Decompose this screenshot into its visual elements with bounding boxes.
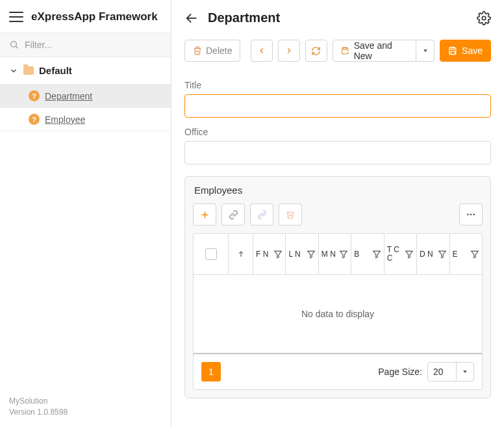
plus-icon [200,210,210,220]
svg-marker-16 [275,251,282,258]
save-and-new-button[interactable]: Save and New [333,40,416,62]
grid-empty-message: No data to display [194,275,482,354]
svg-marker-23 [463,370,467,373]
svg-marker-21 [438,251,446,258]
svg-marker-19 [373,251,380,258]
caret-down-icon [422,47,429,54]
svg-point-14 [473,214,475,216]
svg-rect-7 [451,47,454,49]
filter-icon[interactable] [339,250,348,259]
link-employee-button[interactable] [221,203,245,226]
prev-record-button[interactable] [251,40,273,62]
search-icon [9,40,19,50]
select-all-checkbox[interactable] [205,248,217,260]
gear-icon[interactable] [477,11,491,25]
back-button[interactable] [184,11,199,25]
nav-group-label: Default [39,65,72,76]
col-header-mn[interactable]: M N [319,234,351,274]
nav-group-default[interactable]: Default [0,57,171,84]
nav-filter-input[interactable] [25,40,162,50]
save-and-new-label: Save and New [354,40,409,61]
page-size-label: Page Size: [378,367,422,377]
brand-title: eXpressApp Framework [31,10,158,23]
office-label: Office [184,127,491,137]
menu-toggle[interactable] [9,12,23,22]
arrow-up-icon [237,250,245,259]
svg-marker-22 [472,251,479,258]
title-label: Title [184,80,491,90]
svg-point-0 [11,42,17,47]
chevron-right-icon [284,46,294,55]
employees-grid: F N L N M N B [193,233,483,390]
unknown-entity-icon: ? [29,114,40,125]
refresh-icon [311,46,321,56]
col-header-e[interactable]: E [450,234,482,274]
col-header-tcc[interactable]: T C C [384,234,417,274]
svg-marker-20 [406,251,413,258]
nav-item-label: Department [45,91,92,101]
save-button-label: Save [462,45,483,56]
col-header-dn[interactable]: D N [417,234,449,274]
delete-button[interactable]: Delete [184,40,240,62]
employees-panel-title: Employees [185,177,490,203]
delete-button-label: Delete [206,45,232,56]
page-size-caret[interactable] [457,363,473,381]
save-button[interactable]: Save [440,40,491,62]
dots-icon [466,209,476,220]
chevron-down-icon [9,66,18,75]
filter-icon[interactable] [307,250,316,259]
office-input[interactable] [184,141,491,164]
save-icon [448,46,458,56]
svg-point-13 [470,214,472,216]
footer-version: Version 1.0.8598 [9,407,162,418]
footer-solution: MySolution [9,396,162,407]
chevron-left-icon [257,46,266,55]
filter-icon[interactable] [372,250,381,259]
page-size-select[interactable]: 20 [427,362,474,382]
col-header-ln[interactable]: L N [286,234,318,274]
svg-marker-18 [340,251,347,258]
save-new-icon [341,46,350,56]
employees-panel: Employees [184,176,491,398]
delete-employee-button[interactable] [279,203,302,226]
select-all-cell[interactable] [194,234,229,274]
page-size-value: 20 [428,363,457,381]
folder-icon [23,66,34,75]
trash-icon [193,46,202,55]
nav-filter[interactable] [0,32,171,57]
svg-rect-8 [451,51,455,54]
more-actions-button[interactable] [459,203,483,226]
caret-down-icon [462,369,468,375]
filter-icon[interactable] [273,250,283,259]
svg-marker-17 [308,251,315,258]
col-header-fn[interactable]: F N [253,234,286,274]
page-title: Department [208,10,280,25]
svg-point-3 [482,16,486,20]
svg-rect-4 [344,47,347,49]
unlink-employee-button[interactable] [250,203,273,226]
save-and-new-dropdown[interactable] [416,40,435,62]
trash-icon [286,210,295,219]
nav-item-label: Employee [45,114,85,125]
refresh-button[interactable] [305,40,327,62]
filter-icon[interactable] [470,250,479,259]
col-header-b[interactable]: B [351,234,384,274]
add-employee-button[interactable] [193,203,216,226]
unlink-icon [257,210,267,220]
svg-marker-6 [423,49,427,52]
nav-item-department[interactable]: ? Department [0,84,171,107]
filter-icon[interactable] [438,250,447,259]
filter-icon[interactable] [405,250,414,259]
page-1-button[interactable]: 1 [201,362,221,382]
svg-line-1 [16,46,18,48]
sort-indicator[interactable] [229,234,253,274]
nav-item-employee[interactable]: ? Employee [0,107,171,131]
title-input[interactable] [184,94,491,118]
next-record-button[interactable] [278,40,300,62]
link-icon [229,210,238,220]
svg-point-12 [467,214,469,216]
unknown-entity-icon: ? [29,90,40,101]
